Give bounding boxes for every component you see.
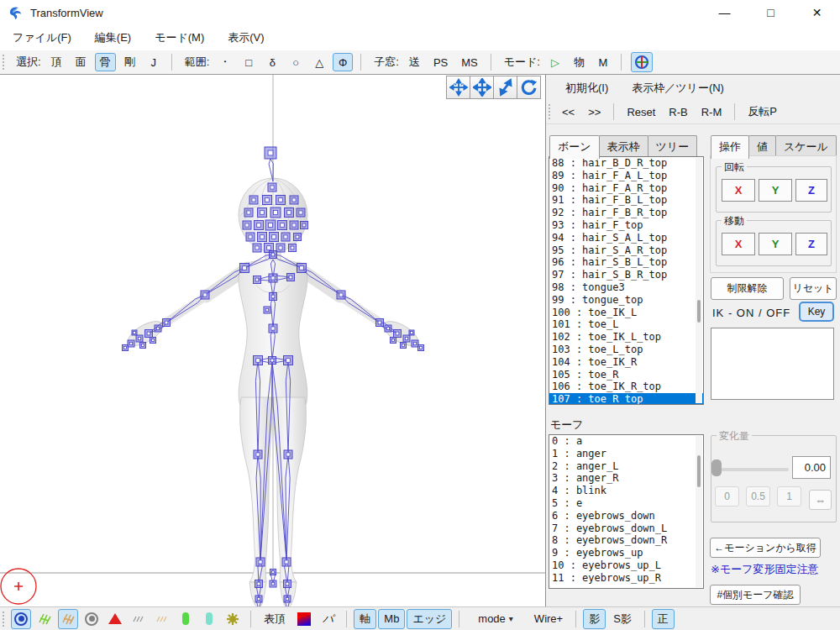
individual-morph-button[interactable]: #個別モーフ確認 [710,585,801,605]
list-item[interactable]: 3 : anger_R [549,472,703,485]
menu-view[interactable]: 表示(V) [220,27,271,49]
list-tab-2[interactable]: ツリー [648,135,698,159]
list-item[interactable]: 2 : anger_L [549,460,703,473]
list-item[interactable]: 94 : hair_S_A_L_top [549,232,703,244]
vertex-display-button[interactable]: 表頂 [258,609,291,629]
list-item[interactable]: 95 : hair_S_A_R_top [549,244,703,257]
front-view-toggle-0[interactable]: 正 [652,609,675,629]
menu-mode[interactable]: モード(M) [147,27,212,49]
select-button-4[interactable]: J [144,53,164,71]
list-item[interactable]: 5 : e [549,497,703,510]
list-tab-1[interactable]: 表示枠 [599,135,648,159]
color-swatch[interactable] [297,612,311,626]
range-button-2[interactable]: δ [262,53,282,71]
key-button[interactable]: Key [799,302,834,322]
maximize-button[interactable]: □ [748,0,794,25]
list-item[interactable]: 104 : toe_IK_R [549,356,703,369]
list-item[interactable]: 97 : hair_S_B_R_top [549,269,703,281]
from-motion-button[interactable]: ←モーションから取得 [710,538,821,558]
rotate-x-button[interactable]: X [722,179,755,202]
wire-plus-button[interactable]: Wire+ [528,609,569,629]
list-item[interactable]: 102 : toe_IK_L_top [549,331,703,344]
reset-pose-button[interactable]: リセット [790,277,837,300]
lines-gray-button[interactable] [129,609,149,629]
display-toggle-2[interactable]: エッジ [407,609,452,629]
mode-button-1[interactable]: 物 [569,53,590,71]
toolbar-grip[interactable] [3,612,6,627]
bone-nav-button-1[interactable]: >> [583,102,606,121]
display-toggle-0[interactable]: 軸 [354,609,376,629]
move-x-button[interactable]: X [722,233,755,255]
list-item[interactable]: 93 : hair_F_top [549,219,703,232]
bone-list-scrollbar[interactable] [696,158,702,403]
select-button-2[interactable]: 骨 [95,53,116,71]
capsule-cyan-button[interactable] [199,609,219,629]
view-rotate-button[interactable] [517,76,541,99]
rotate-z-button[interactable]: Z [795,179,827,202]
local-axis-button[interactable] [631,52,653,72]
list-tab-0[interactable]: ボーン [549,135,600,159]
display-toggle-1[interactable]: Mb [378,609,405,629]
select-button-1[interactable]: 面 [71,53,92,71]
menu-frame-tree[interactable]: 表示枠／ツリー(N) [624,77,732,99]
minimize-button[interactable]: — [701,0,748,25]
menu-edit[interactable]: 編集(E) [87,27,139,49]
view-pan-button[interactable] [446,76,470,99]
move-z-button[interactable]: Z [795,233,827,255]
amount-slider[interactable] [718,468,789,471]
perspective-button[interactable]: パ [317,609,339,629]
list-item[interactable]: 1 : anger [549,448,703,460]
morph-list-scrollbar[interactable] [696,436,702,587]
range-button-3[interactable]: ○ [286,53,306,71]
list-item[interactable]: 103 : toe_L_top [549,344,703,356]
invert-button-0[interactable]: 反転P [743,102,782,121]
list-item[interactable]: 88 : hair_B_D_R_top [549,157,703,170]
shadow-toggle-0[interactable]: 影 [583,609,606,629]
childwindow-button-1[interactable]: PS [428,53,453,71]
list-item[interactable]: 11 : eyebrows_up_R [549,572,703,585]
amount-1-button[interactable]: 1 [777,486,801,507]
list-item[interactable]: 105 : toe_R [549,369,703,381]
lines-orange-button[interactable] [152,609,172,629]
menu-initialize[interactable]: 初期化(I) [558,77,616,99]
mode-dropdown[interactable]: mode ▾ [472,609,519,629]
swap-button[interactable]: ⇔ [809,490,832,510]
mode-button-0[interactable]: ▷ [545,53,565,71]
list-item[interactable]: 98 : tongue3 [549,281,703,294]
list-item[interactable]: 9 : eyebrows_up [549,547,703,559]
mode-button-2[interactable]: M [593,53,613,71]
select-button-3[interactable]: 剛 [119,53,140,71]
menu-file[interactable]: ファイル(F) [5,27,79,49]
childwindow-button-2[interactable]: MS [456,53,483,71]
vertex-marker-button[interactable] [11,609,31,629]
list-item[interactable]: 100 : toe_IK_L [549,307,703,319]
amount-value[interactable]: 0.00 [792,456,831,479]
reset-button-0[interactable]: Reset [622,102,660,121]
rotate-y-button[interactable]: Y [759,179,792,202]
list-item[interactable]: 89 : hair_F_A_L_top [549,170,703,182]
list-item[interactable]: 10 : eyebrows_up_L [549,559,703,572]
toolbar-grip[interactable] [549,104,552,119]
op-tab-0[interactable]: 操作 [711,135,749,159]
childwindow-button-0[interactable]: 送 [404,53,425,71]
toolbar-grip[interactable] [3,55,6,70]
range-button-4[interactable]: △ [309,53,329,71]
view-move-button[interactable] [470,76,494,99]
list-item[interactable]: 92 : hair_F_B_R_top [549,207,703,219]
list-item[interactable]: 99 : tongue_top [549,294,703,307]
capsule-green-button[interactable] [176,609,196,629]
list-item[interactable]: 0 : a [549,435,703,448]
bone-nav-button-0[interactable]: << [557,102,580,121]
list-item[interactable]: 101 : toe_L [549,318,703,331]
list-item[interactable]: 4 : blink [549,485,703,497]
range-button-0[interactable]: ・ [214,53,235,71]
select-button-0[interactable]: 頂 [46,53,67,71]
reset-button-1[interactable]: R-B [664,102,692,121]
hatch-green-button[interactable] [34,609,55,629]
hatch-orange-button[interactable] [58,609,78,629]
amount-slider-thumb[interactable] [711,459,722,476]
3d-viewport[interactable] [0,75,546,606]
point-marker-button[interactable] [81,609,102,629]
range-button-5[interactable]: Φ [333,53,353,71]
move-y-button[interactable]: Y [759,233,792,255]
